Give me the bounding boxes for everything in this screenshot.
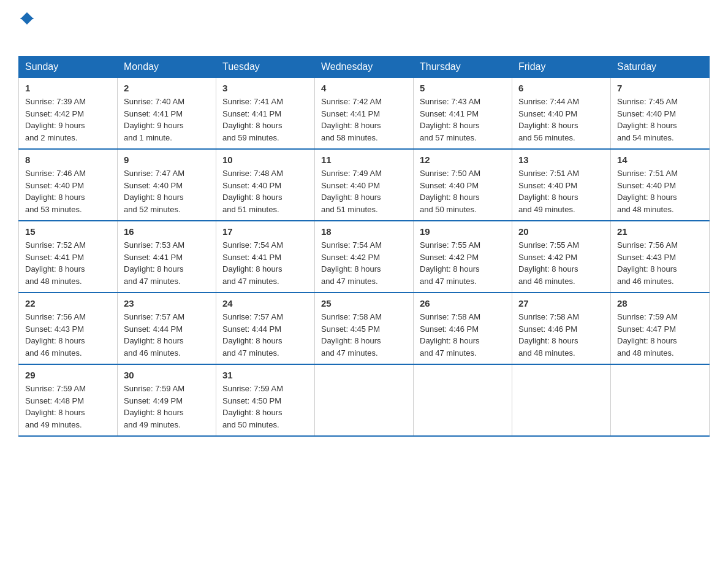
day-info: Sunrise: 7:39 AMSunset: 4:42 PMDaylight:… (25, 96, 111, 144)
day-number: 28 (617, 298, 703, 308)
calendar-cell: 2Sunrise: 7:40 AMSunset: 4:41 PMDaylight… (118, 78, 216, 150)
day-info: Sunrise: 7:52 AMSunset: 4:41 PMDaylight:… (25, 239, 111, 287)
day-number: 11 (321, 155, 407, 165)
calendar-cell: 22Sunrise: 7:56 AMSunset: 4:43 PMDayligh… (19, 293, 118, 364)
day-info: Sunrise: 7:42 AMSunset: 4:41 PMDaylight:… (321, 96, 407, 144)
day-number: 26 (420, 298, 506, 308)
calendar-cell: 17Sunrise: 7:54 AMSunset: 4:41 PMDayligh… (216, 221, 315, 293)
calendar-cell: 12Sunrise: 7:50 AMSunset: 4:40 PMDayligh… (414, 149, 512, 221)
day-number: 5 (420, 83, 506, 93)
day-info: Sunrise: 7:57 AMSunset: 4:44 PMDaylight:… (124, 311, 210, 359)
day-number: 10 (222, 155, 308, 165)
day-number: 4 (321, 83, 407, 93)
day-info: Sunrise: 7:56 AMSunset: 4:43 PMDaylight:… (617, 239, 703, 287)
day-number: 25 (321, 298, 407, 308)
day-number: 8 (25, 155, 111, 165)
calendar-cell: 18Sunrise: 7:54 AMSunset: 4:42 PMDayligh… (315, 221, 414, 293)
calendar-cell: 8Sunrise: 7:46 AMSunset: 4:40 PMDaylight… (19, 149, 118, 221)
day-number: 9 (124, 155, 210, 165)
calendar-cell (414, 364, 512, 436)
day-info: Sunrise: 7:54 AMSunset: 4:41 PMDaylight:… (222, 239, 308, 287)
week-row-2: 8Sunrise: 7:46 AMSunset: 4:40 PMDaylight… (19, 149, 710, 221)
calendar-cell: 1Sunrise: 7:39 AMSunset: 4:42 PMDaylight… (19, 78, 118, 150)
calendar-cell: 24Sunrise: 7:57 AMSunset: 4:44 PMDayligh… (216, 293, 315, 364)
day-info: Sunrise: 7:58 AMSunset: 4:46 PMDaylight:… (518, 311, 604, 359)
page-header (18, 12, 710, 44)
day-info: Sunrise: 7:49 AMSunset: 4:40 PMDaylight:… (321, 167, 407, 215)
day-number: 16 (124, 226, 210, 237)
day-number: 19 (420, 226, 506, 237)
calendar-header-row: SundayMondayTuesdayWednesdayThursdayFrid… (19, 56, 710, 78)
day-number: 17 (222, 226, 308, 237)
day-number: 20 (518, 226, 604, 237)
day-info: Sunrise: 7:58 AMSunset: 4:46 PMDaylight:… (420, 311, 506, 359)
calendar-cell: 6Sunrise: 7:44 AMSunset: 4:40 PMDaylight… (512, 78, 611, 150)
calendar-cell: 7Sunrise: 7:45 AMSunset: 4:40 PMDaylight… (611, 78, 710, 150)
calendar-cell: 11Sunrise: 7:49 AMSunset: 4:40 PMDayligh… (315, 149, 414, 221)
day-info: Sunrise: 7:59 AMSunset: 4:48 PMDaylight:… (25, 383, 111, 431)
header-monday: Monday (118, 56, 216, 78)
day-number: 13 (518, 155, 604, 165)
calendar-cell: 29Sunrise: 7:59 AMSunset: 4:48 PMDayligh… (19, 364, 118, 436)
calendar-cell (315, 364, 414, 436)
day-info: Sunrise: 7:55 AMSunset: 4:42 PMDaylight:… (420, 239, 506, 287)
header-sunday: Sunday (19, 56, 118, 78)
day-info: Sunrise: 7:45 AMSunset: 4:40 PMDaylight:… (617, 96, 703, 144)
calendar-cell: 5Sunrise: 7:43 AMSunset: 4:41 PMDaylight… (414, 78, 512, 150)
day-number: 7 (617, 83, 703, 93)
day-info: Sunrise: 7:51 AMSunset: 4:40 PMDaylight:… (518, 167, 604, 215)
calendar-cell: 28Sunrise: 7:59 AMSunset: 4:47 PMDayligh… (611, 293, 710, 364)
day-info: Sunrise: 7:48 AMSunset: 4:40 PMDaylight:… (222, 167, 308, 215)
header-friday: Friday (512, 56, 611, 78)
calendar-cell (512, 364, 611, 436)
calendar-cell: 15Sunrise: 7:52 AMSunset: 4:41 PMDayligh… (19, 221, 118, 293)
calendar-cell: 4Sunrise: 7:42 AMSunset: 4:41 PMDaylight… (315, 78, 414, 150)
day-number: 30 (124, 370, 210, 380)
day-number: 1 (25, 83, 111, 93)
day-number: 18 (321, 226, 407, 237)
day-info: Sunrise: 7:41 AMSunset: 4:41 PMDaylight:… (222, 96, 308, 144)
day-info: Sunrise: 7:54 AMSunset: 4:42 PMDaylight:… (321, 239, 407, 287)
calendar-cell: 20Sunrise: 7:55 AMSunset: 4:42 PMDayligh… (512, 221, 611, 293)
day-number: 3 (222, 83, 308, 93)
calendar-cell (611, 364, 710, 436)
week-row-1: 1Sunrise: 7:39 AMSunset: 4:42 PMDaylight… (19, 78, 710, 150)
day-number: 22 (25, 298, 111, 308)
logo (18, 12, 34, 44)
calendar-cell: 16Sunrise: 7:53 AMSunset: 4:41 PMDayligh… (118, 221, 216, 293)
day-info: Sunrise: 7:44 AMSunset: 4:40 PMDaylight:… (518, 96, 604, 144)
day-number: 21 (617, 226, 703, 237)
day-info: Sunrise: 7:58 AMSunset: 4:45 PMDaylight:… (321, 311, 407, 359)
day-number: 12 (420, 155, 506, 165)
day-info: Sunrise: 7:59 AMSunset: 4:50 PMDaylight:… (222, 383, 308, 431)
calendar-cell: 3Sunrise: 7:41 AMSunset: 4:41 PMDaylight… (216, 78, 315, 150)
week-row-3: 15Sunrise: 7:52 AMSunset: 4:41 PMDayligh… (19, 221, 710, 293)
day-info: Sunrise: 7:59 AMSunset: 4:49 PMDaylight:… (124, 383, 210, 431)
day-info: Sunrise: 7:57 AMSunset: 4:44 PMDaylight:… (222, 311, 308, 359)
day-number: 29 (25, 370, 111, 380)
day-info: Sunrise: 7:46 AMSunset: 4:40 PMDaylight:… (25, 167, 111, 215)
calendar-cell: 19Sunrise: 7:55 AMSunset: 4:42 PMDayligh… (414, 221, 512, 293)
day-info: Sunrise: 7:55 AMSunset: 4:42 PMDaylight:… (518, 239, 604, 287)
calendar-cell: 27Sunrise: 7:58 AMSunset: 4:46 PMDayligh… (512, 293, 611, 364)
calendar-cell: 10Sunrise: 7:48 AMSunset: 4:40 PMDayligh… (216, 149, 315, 221)
day-number: 2 (124, 83, 210, 93)
day-info: Sunrise: 7:40 AMSunset: 4:41 PMDaylight:… (124, 96, 210, 144)
day-info: Sunrise: 7:47 AMSunset: 4:40 PMDaylight:… (124, 167, 210, 215)
calendar-cell: 25Sunrise: 7:58 AMSunset: 4:45 PMDayligh… (315, 293, 414, 364)
day-info: Sunrise: 7:56 AMSunset: 4:43 PMDaylight:… (25, 311, 111, 359)
calendar-cell: 14Sunrise: 7:51 AMSunset: 4:40 PMDayligh… (611, 149, 710, 221)
day-number: 23 (124, 298, 210, 308)
calendar-cell: 26Sunrise: 7:58 AMSunset: 4:46 PMDayligh… (414, 293, 512, 364)
header-saturday: Saturday (611, 56, 710, 78)
day-number: 14 (617, 155, 703, 165)
calendar-cell: 30Sunrise: 7:59 AMSunset: 4:49 PMDayligh… (118, 364, 216, 436)
header-tuesday: Tuesday (216, 56, 315, 78)
header-thursday: Thursday (414, 56, 512, 78)
week-row-4: 22Sunrise: 7:56 AMSunset: 4:43 PMDayligh… (19, 293, 710, 364)
week-row-5: 29Sunrise: 7:59 AMSunset: 4:48 PMDayligh… (19, 364, 710, 436)
day-number: 27 (518, 298, 604, 308)
day-number: 15 (25, 226, 111, 237)
header-wednesday: Wednesday (315, 56, 414, 78)
calendar-cell: 9Sunrise: 7:47 AMSunset: 4:40 PMDaylight… (118, 149, 216, 221)
